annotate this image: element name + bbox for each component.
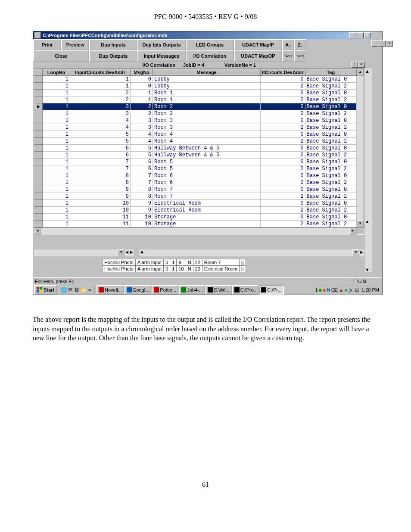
cell[interactable]: 1 — [43, 124, 70, 131]
row-selector[interactable] — [35, 145, 43, 152]
cell[interactable]: 10 — [70, 207, 131, 214]
cell[interactable]: Hallway Between 4 & 5 — [153, 152, 261, 159]
more-icon[interactable]: » — [87, 287, 93, 293]
cell[interactable]: Room 7 — [202, 259, 239, 266]
outer-scroll-down-icon[interactable]: ▼ — [365, 267, 372, 272]
cell[interactable]: 10 — [70, 200, 131, 207]
detail-grid[interactable]: Hochiki PhotoAlarm Input019N22Room 7||Ho… — [102, 259, 246, 272]
explorer-icon[interactable]: 📁 — [80, 287, 86, 293]
row-selector[interactable] — [35, 152, 43, 159]
table-row[interactable]: 187Room 62Base Signal 2 — [35, 179, 357, 186]
cell[interactable]: 1 — [43, 138, 70, 145]
cell[interactable]: 2 — [70, 90, 131, 96]
udact-mapip-button[interactable]: UDACT MapIP — [234, 39, 282, 50]
cell[interactable]: 3 — [131, 117, 153, 124]
cell[interactable]: Room 7 — [153, 186, 261, 193]
table-row[interactable]: 154Room 40Base Signal 0 — [35, 131, 357, 138]
outer-minimize-icon[interactable]: _ — [371, 40, 378, 47]
pane-right[interactable]: ◄ ▼ ► — [139, 249, 364, 256]
cell[interactable]: 0 — [261, 186, 305, 193]
tray-icon-6[interactable]: ▲ — [339, 287, 343, 292]
cell[interactable]: Room 3 — [153, 117, 261, 124]
cell[interactable]: 5 — [70, 138, 131, 145]
cell[interactable]: N — [186, 266, 193, 272]
cell[interactable]: Room 2 — [153, 103, 261, 110]
cell[interactable]: 7 — [70, 165, 131, 172]
table-row[interactable]: 176Room 52Base Signal 2 — [35, 165, 357, 172]
table-row[interactable]: ▶132Room 20Base Signal 0 — [35, 103, 357, 110]
cell[interactable]: 5 — [70, 131, 131, 138]
cell[interactable]: 22 — [193, 259, 202, 266]
close-icon[interactable]: × — [364, 32, 371, 38]
cell[interactable]: 2 — [131, 103, 153, 110]
cell[interactable]: 2 — [70, 96, 131, 103]
col-message[interactable]: Message — [153, 69, 261, 76]
cell[interactable]: 4 — [70, 124, 131, 131]
cell[interactable]: Base Signal 0 — [305, 76, 356, 83]
cell[interactable]: 0 — [261, 76, 305, 83]
cell[interactable]: 10 — [131, 221, 153, 227]
table-row[interactable]: 198Room 70Base Signal 0 — [35, 186, 357, 193]
cell[interactable]: Room 1 — [153, 90, 261, 96]
cell[interactable]: 9 — [131, 207, 153, 214]
cell[interactable]: 1 — [43, 90, 70, 96]
cell[interactable]: 1 — [43, 165, 70, 172]
table-row[interactable]: 11110Storage2Base Signal 2 — [35, 221, 357, 227]
cell[interactable]: Base Signal 0 — [305, 214, 356, 221]
taskbar-task[interactable]: Potter... — [152, 285, 178, 295]
cell[interactable]: 1 — [131, 90, 153, 96]
cell[interactable]: Base Signal 2 — [305, 221, 356, 227]
cell[interactable]: Room 4 — [153, 138, 261, 145]
cell[interactable]: 0 — [261, 117, 305, 124]
cell[interactable]: Hochiki Photo — [103, 259, 136, 266]
cell[interactable]: Base Signal 0 — [305, 186, 356, 193]
outer-close-icon[interactable]: × — [386, 40, 393, 47]
table-row[interactable]: 110Lobby2Base Signal 2 — [35, 83, 357, 90]
col-msgno[interactable]: MsgNo — [131, 69, 153, 76]
outer-maximize-icon[interactable]: □ — [379, 40, 386, 47]
cell[interactable]: 2 — [261, 221, 305, 227]
cell[interactable]: 1 — [70, 83, 131, 90]
cell[interactable]: Room 4 — [153, 131, 261, 138]
cell[interactable]: Electrical Room — [153, 200, 261, 207]
cell[interactable]: Base Signal 0 — [305, 172, 356, 179]
cell[interactable]: 1 — [43, 110, 70, 117]
taskbar-task[interactable]: C:\WI... — [206, 285, 232, 295]
cell[interactable]: 10 — [131, 214, 153, 221]
cell[interactable]: 5 — [131, 145, 153, 152]
cell[interactable]: Room 6 — [153, 179, 261, 186]
panel-restore-icon[interactable]: ↕ — [351, 62, 358, 68]
cell[interactable]: Base Signal 2 — [305, 138, 356, 145]
row-selector[interactable] — [35, 186, 43, 193]
col-tag[interactable]: Tag — [305, 69, 356, 76]
row-selector[interactable] — [35, 110, 43, 117]
cell[interactable]: 8 — [131, 186, 153, 193]
cell[interactable]: 0 — [261, 200, 305, 207]
cell[interactable]: 5 — [131, 152, 153, 159]
cell[interactable]: 3 — [131, 124, 153, 131]
row-selector[interactable] — [35, 193, 43, 200]
cell[interactable]: 1 — [43, 214, 70, 221]
cell[interactable]: 9 — [70, 186, 131, 193]
row-selector[interactable] — [35, 131, 43, 138]
cell[interactable]: Room 3 — [153, 124, 261, 131]
cell[interactable]: 1 — [131, 96, 153, 103]
taskbar-task[interactable]: C:\Pr... — [259, 285, 284, 295]
cell[interactable]: Base Signal 0 — [305, 159, 356, 165]
sort-asc-label-button[interactable]: Sort — [282, 50, 294, 62]
tray-icon-1[interactable]: ℹ — [316, 287, 318, 293]
cell[interactable]: 0 — [164, 266, 170, 272]
pane-right-scroll-left-icon[interactable]: ◄ — [139, 249, 144, 256]
cell[interactable]: 2 — [261, 138, 305, 145]
cell[interactable]: 2 — [261, 110, 305, 117]
pane-left-scroll-right-icon[interactable]: ► — [129, 249, 134, 256]
cell[interactable]: Base Signal 0 — [305, 90, 356, 96]
sort-desc-label-button[interactable]: Sort — [294, 50, 306, 62]
cell[interactable]: Base Signal 2 — [305, 179, 356, 186]
cell[interactable]: 1 — [43, 76, 70, 83]
table-row[interactable]: Hochiki PhotoAlarm Input0110N22Electrica… — [103, 266, 246, 272]
row-selector[interactable]: ▶ — [35, 103, 43, 110]
dup-inputs-button[interactable]: Dup Inputs — [89, 39, 137, 50]
table-row[interactable]: 154Room 42Base Signal 2 — [35, 138, 357, 145]
row-selector[interactable] — [35, 221, 43, 227]
